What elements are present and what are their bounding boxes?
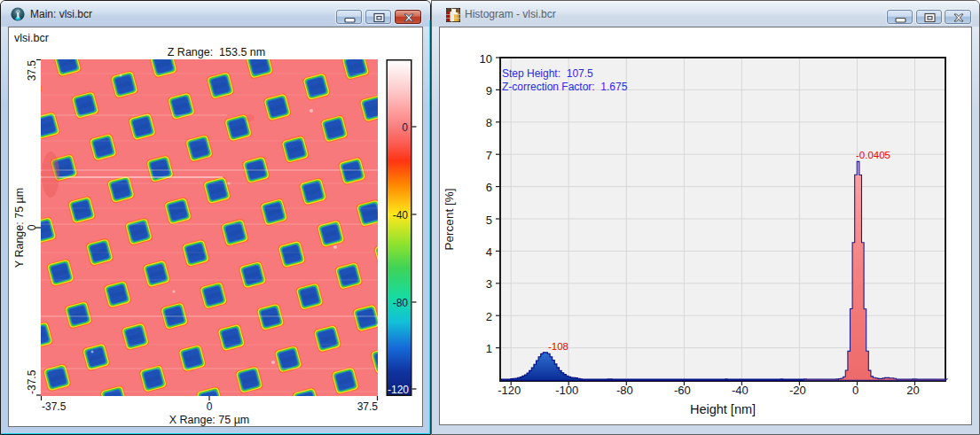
svg-text:-108: -108 <box>548 341 568 352</box>
svg-text:-100: -100 <box>555 384 578 397</box>
svg-text:-120: -120 <box>498 384 521 397</box>
svg-text:-37.5: -37.5 <box>26 369 38 394</box>
svg-text:-60: -60 <box>674 384 691 397</box>
svg-text:9: 9 <box>486 84 492 97</box>
svg-text:4: 4 <box>486 245 492 259</box>
svg-text:-80: -80 <box>616 384 633 397</box>
svg-text:0: 0 <box>852 384 858 397</box>
svg-text:0: 0 <box>26 224 38 230</box>
svg-text:Y Range: 75 µm: Y Range: 75 µm <box>13 188 26 268</box>
svg-text:3: 3 <box>486 277 492 291</box>
svg-text:-0.0405: -0.0405 <box>856 150 890 160</box>
svg-text:Height [nm]: Height [nm] <box>690 402 756 416</box>
svg-text:Z Range: 153.5 nm: Z Range: 153.5 nm <box>168 46 265 58</box>
svg-text:Percent [%]: Percent [%] <box>443 189 456 251</box>
svg-text:10: 10 <box>480 52 492 66</box>
svg-text:-80: -80 <box>393 297 409 309</box>
svg-text:vlsi.bcr: vlsi.bcr <box>14 32 49 44</box>
svg-text:-40: -40 <box>732 384 749 397</box>
svg-text:6: 6 <box>486 181 492 194</box>
svg-text:0: 0 <box>207 400 213 413</box>
svg-text:20: 20 <box>906 384 919 397</box>
svg-text:Step Height: 107.5: Step Height: 107.5 <box>502 67 593 80</box>
svg-text:37.5: 37.5 <box>26 60 38 82</box>
svg-text:-40: -40 <box>393 209 409 221</box>
svg-text:2: 2 <box>486 310 492 323</box>
svg-text:8: 8 <box>486 116 492 129</box>
svg-text:-120: -120 <box>388 384 409 396</box>
svg-text:X Range: 75 µm: X Range: 75 µm <box>169 414 250 426</box>
svg-text:-37.5: -37.5 <box>42 400 67 413</box>
svg-text:5: 5 <box>486 214 492 227</box>
svg-text:Z-correction Factor: 1.675: Z-correction Factor: 1.675 <box>502 81 628 93</box>
svg-text:0: 0 <box>402 121 408 134</box>
svg-text:-20: -20 <box>789 384 806 397</box>
svg-text:7: 7 <box>486 149 492 162</box>
svg-text:1: 1 <box>486 342 492 355</box>
svg-text:37.5: 37.5 <box>357 400 379 413</box>
